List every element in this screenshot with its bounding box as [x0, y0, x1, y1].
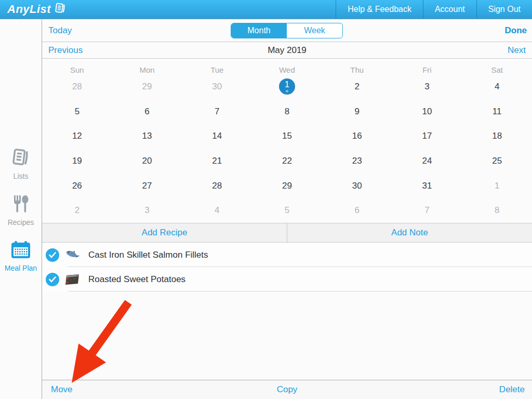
sidebar-item-label: Lists: [0, 172, 42, 180]
calendar-day-10[interactable]: 10: [392, 99, 462, 124]
calendar-day-29[interactable]: 29: [252, 174, 322, 198]
view-segmented-control: Month Week: [231, 23, 343, 38]
calendar-day-30[interactable]: 30: [322, 174, 392, 198]
calendar-week-row: 12131415161718: [42, 124, 532, 149]
calendar-week-row: 567891011: [42, 99, 532, 124]
calendar-toolbar: Today Month Week Done: [42, 19, 532, 42]
month-navigation: Previous May 2019 Next: [42, 42, 532, 59]
fish-icon: [64, 248, 82, 262]
anylist-app: AnyList Help & FeedbackAccountSign Out L…: [0, 0, 532, 399]
meal-checkbox-checked[interactable]: [46, 273, 59, 286]
calendar-day-20[interactable]: 20: [112, 149, 182, 174]
day-actions-bar: Add Recipe Add Note: [42, 223, 532, 243]
calendar-day-8[interactable]: 8: [462, 198, 532, 223]
tab-week[interactable]: Week: [287, 23, 342, 38]
month-calendar: SunMonTueWedThuFriSat 282930123456789101…: [42, 59, 532, 223]
meal-list-item[interactable]: Roasted Sweet Potatoes: [42, 267, 532, 291]
calendar-day-3[interactable]: 3: [392, 74, 462, 99]
calendar-week-row: 2627282930311: [42, 174, 532, 198]
calendar-day-21[interactable]: 21: [182, 149, 252, 174]
main-panel: Today Month Week Done Previous May 2019 …: [42, 19, 532, 399]
weekday-header: Sat: [462, 65, 532, 74]
weekday-header: Mon: [112, 65, 182, 74]
calendar-day-25[interactable]: 25: [462, 149, 532, 174]
sidebar: ListsRecipesMeal Plan: [0, 19, 42, 399]
weekday-header: Fri: [392, 65, 462, 74]
calendar-day-1[interactable]: 1: [252, 74, 322, 99]
calendar-day-17[interactable]: 17: [392, 124, 462, 149]
calendar-day-1[interactable]: 1: [462, 174, 532, 198]
calendar-day-28[interactable]: 28: [42, 74, 112, 99]
meal-checkbox-checked[interactable]: [46, 248, 59, 262]
calendar-day-29[interactable]: 29: [112, 74, 182, 99]
calendar-day-24[interactable]: 24: [392, 149, 462, 174]
calendar-day-16[interactable]: 16: [322, 124, 392, 149]
calendar-day-13[interactable]: 13: [112, 124, 182, 149]
weekday-header-row: SunMonTueWedThuFriSat: [42, 59, 532, 74]
lists-icon: [10, 161, 31, 169]
meal-list-item[interactable]: Cast Iron Skillet Salmon Fillets: [42, 243, 532, 267]
photo-thumbnail: [64, 273, 82, 286]
topbar-button-sign-out[interactable]: Sign Out: [476, 0, 532, 19]
weekday-header: Wed: [252, 65, 322, 74]
previous-month-button[interactable]: Previous: [48, 45, 83, 56]
calendar-day-9[interactable]: 9: [322, 99, 392, 124]
calendar-day-28[interactable]: 28: [182, 174, 252, 198]
calendar-day-2[interactable]: 2: [42, 198, 112, 223]
tab-month[interactable]: Month: [231, 23, 287, 38]
calendar-day-11[interactable]: 11: [462, 99, 532, 124]
meal-plan-icon: [10, 252, 32, 261]
calendar-day-30[interactable]: 30: [182, 74, 252, 99]
copy-button[interactable]: Copy: [42, 384, 532, 395]
calendar-day-23[interactable]: 23: [322, 149, 392, 174]
calendar-day-3[interactable]: 3: [112, 198, 182, 223]
calendar-day-22[interactable]: 22: [252, 149, 322, 174]
calendar-week-row: 2829301234: [42, 74, 532, 99]
meal-title: Cast Iron Skillet Salmon Fillets: [88, 250, 208, 260]
topbar-button-account[interactable]: Account: [423, 0, 476, 19]
delete-button[interactable]: Delete: [499, 384, 525, 395]
calendar-day-2[interactable]: 2: [322, 74, 392, 99]
sidebar-item-meal-plan[interactable]: Meal Plan: [0, 240, 42, 272]
meal-indicator-dot: [286, 90, 288, 92]
app-logo-text: AnyList: [7, 3, 51, 16]
sidebar-item-label: Recipes: [0, 218, 42, 227]
calendar-day-26[interactable]: 26: [42, 174, 112, 198]
calendar-day-6[interactable]: 6: [112, 99, 182, 124]
done-button[interactable]: Done: [505, 25, 527, 36]
calendar-day-7[interactable]: 7: [392, 198, 462, 223]
add-note-button[interactable]: Add Note: [287, 223, 532, 242]
topbar-button-help-feedback[interactable]: Help & Feedback: [336, 0, 423, 19]
calendar-day-18[interactable]: 18: [462, 124, 532, 149]
calendar-day-7[interactable]: 7: [182, 99, 252, 124]
today-button[interactable]: Today: [48, 25, 72, 36]
add-recipe-button[interactable]: Add Recipe: [42, 223, 287, 242]
sidebar-item-recipes[interactable]: Recipes: [0, 193, 42, 227]
calendar-week-row: 19202122232425: [42, 149, 532, 174]
calendar-day-4[interactable]: 4: [462, 74, 532, 99]
calendar-day-15[interactable]: 15: [252, 124, 322, 149]
top-bar: AnyList Help & FeedbackAccountSign Out: [0, 0, 532, 19]
calendar-day-14[interactable]: 14: [182, 124, 252, 149]
recipes-icon: [10, 207, 31, 216]
calendar-day-8[interactable]: 8: [252, 99, 322, 124]
calendar-day-19[interactable]: 19: [42, 149, 112, 174]
row-separator: [68, 291, 532, 291]
weekday-header: Sun: [42, 65, 112, 74]
calendar-day-5[interactable]: 5: [252, 198, 322, 223]
calendar-day-31[interactable]: 31: [392, 174, 462, 198]
calendar-day-4[interactable]: 4: [182, 198, 252, 223]
logo-list-icon: [55, 3, 66, 16]
meal-list: Cast Iron Skillet Salmon FilletsRoasted …: [42, 243, 532, 291]
month-title: May 2019: [268, 45, 307, 56]
calendar-day-5[interactable]: 5: [42, 99, 112, 124]
sidebar-item-label: Meal Plan: [0, 264, 42, 272]
weekday-header: Thu: [322, 65, 392, 74]
meal-title: Roasted Sweet Potatoes: [88, 274, 185, 285]
next-month-button[interactable]: Next: [508, 45, 526, 56]
calendar-day-27[interactable]: 27: [112, 174, 182, 198]
calendar-day-12[interactable]: 12: [42, 124, 112, 149]
sidebar-item-lists[interactable]: Lists: [0, 148, 42, 180]
calendar-day-6[interactable]: 6: [322, 198, 392, 223]
weekday-header: Tue: [182, 65, 252, 74]
